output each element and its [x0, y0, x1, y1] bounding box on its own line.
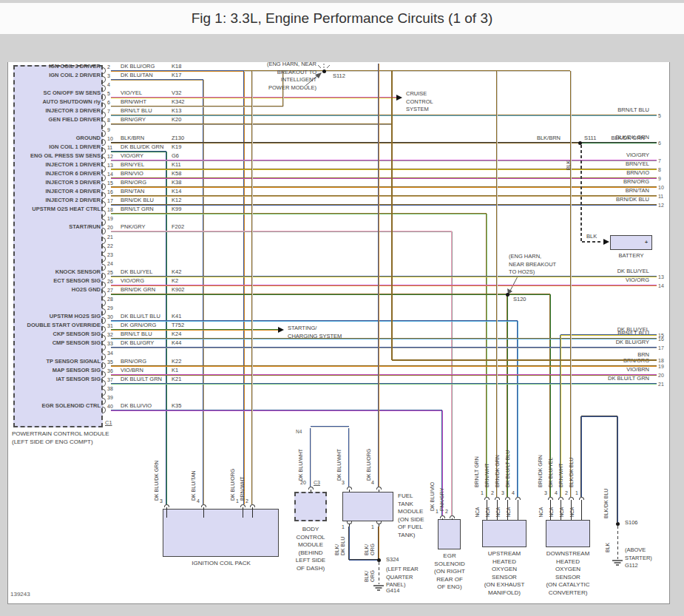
wire-name-label: VIO/GRY — [121, 153, 143, 160]
pcm-pin-number: 26 — [107, 279, 113, 285]
pcm-pin-number: 15 — [107, 180, 113, 186]
wire-name-label: DK BLU/YEL — [121, 269, 152, 276]
wire-circuit-label: K17 — [172, 72, 181, 79]
pcm-pin-number: 32 — [107, 332, 113, 338]
ground-label: G112 — [625, 563, 638, 569]
rotated-wire-label: BRN/WHT — [558, 463, 564, 487]
component-name: (ON EXHAUST — [476, 581, 532, 588]
component-name: OXYGEN — [476, 566, 532, 572]
nca-label: NCA — [506, 507, 511, 518]
pcm-pin-number: 40 — [107, 404, 113, 410]
wire-circuit-label: K22 — [172, 359, 181, 365]
wire-name-label: BLK/BRN — [473, 135, 561, 142]
page: Fig 1: 3.3L, Engine Performance Circuits… — [0, 0, 684, 616]
pcm-pin-function: GROUND — [15, 135, 101, 142]
starting-arrow — [278, 327, 284, 333]
pcm-pin-arc — [102, 121, 106, 127]
pcm-pin-arc — [102, 85, 106, 92]
edge-wire-label: VIO/ORG — [561, 277, 649, 284]
rotated-wire-label: DK BLU/ORG — [366, 449, 372, 481]
edge-wire-label: BRN/YEL — [561, 161, 649, 168]
nca-label: NCA — [569, 507, 575, 518]
wire-circuit-label: N4 — [296, 429, 302, 434]
pcm-pin-function: IAT SENSOR SIG — [15, 376, 101, 383]
pin-number: 4 — [371, 480, 374, 486]
rotated-wire-label: DK BLU/TAN — [191, 470, 197, 501]
wire-name-label: BRN/DK BLU — [121, 197, 154, 204]
pin-number: 1 — [342, 524, 345, 530]
edge-wire-label: DK BLU/GRY — [561, 339, 649, 346]
offpage-label: CONTROL — [406, 99, 433, 106]
pcm-pin-function: SC ON/OFF SW SENS — [15, 90, 101, 97]
nca-label: NCA — [485, 507, 490, 518]
wire — [391, 71, 393, 360]
edge-number: 12 — [658, 203, 664, 209]
pcm-name-line1: POWERTRAIN CONTROL MODULE — [12, 430, 109, 437]
edge-number: 9 — [658, 176, 661, 182]
pcm-pin-function: DOUBLE START OVERRIDE — [15, 322, 101, 329]
wire-name-label: DK BLU/ORG — [121, 64, 155, 70]
wire-name-label: VIO/YEL — [121, 90, 142, 97]
rotated-wire-label: ORG — [370, 570, 376, 582]
wire — [111, 231, 452, 232]
wire — [111, 204, 657, 206]
note-text: QUARTER — [386, 575, 413, 581]
pcm-pin-number: 30 — [107, 314, 113, 320]
wire-name-label: BLK/DK GRN — [581, 135, 645, 142]
pcm-pin-arc — [102, 183, 106, 190]
wire-circuit-label: K58 — [172, 171, 181, 177]
pcm-pin-function: INJECTOR 3 DRIVER — [15, 108, 101, 115]
rotated-wire-label: BRN/WHT — [240, 476, 246, 501]
note-text: TO HO2S) — [509, 269, 535, 276]
pcm-pin-arc — [102, 389, 106, 396]
rotated-wire-label: DK BLU/ORG — [230, 469, 236, 501]
component-lead — [581, 500, 582, 520]
wire — [617, 416, 618, 522]
pcm-pin-number: 24 — [107, 261, 113, 267]
wire-name-label: BRN/WHT — [121, 99, 146, 106]
component-name: OXYGEN — [540, 566, 596, 572]
wire — [111, 79, 203, 81]
pcm-pin-number: 7 — [107, 109, 110, 115]
pin-number: 4 — [512, 490, 515, 496]
pcm-pin-arc — [102, 228, 106, 234]
ignition-coil-pack-box — [163, 509, 279, 557]
pcm-pin-number: 34 — [107, 351, 113, 356]
downstream-o2-sensor-box — [546, 520, 590, 547]
edge-number: 11 — [658, 194, 663, 200]
pcm-pin-arc — [102, 139, 106, 146]
note-text: STARTER) — [625, 555, 652, 562]
wire-name-label: DK BLU/DK GRN — [121, 144, 163, 151]
wire-circuit-label: K24 — [172, 331, 181, 338]
pcm-pin-number: 6 — [107, 100, 110, 106]
rotated-wire-label: BLK/ — [364, 544, 370, 555]
edge-wire-label: VIO/GRY — [561, 152, 649, 159]
pcm-pin-number: 37 — [107, 377, 113, 383]
note-text: INTELLIGENT — [228, 77, 316, 84]
egr-solenoid-box — [438, 519, 461, 549]
note-text: (LEFT REAR — [386, 566, 419, 573]
pcm-pin-arc — [102, 175, 106, 181]
rotated-wire-label: DK BLU/YEL — [548, 458, 554, 487]
battery-plus: + — [645, 240, 648, 246]
wire — [580, 142, 657, 143]
wire-circuit-label: K18 — [172, 64, 181, 70]
pcm-pin-number: 5 — [107, 91, 110, 97]
offpage-label: SYSTEM — [406, 106, 429, 113]
component-name: (BEHIND — [293, 549, 328, 556]
splice-dot-s324 — [377, 558, 381, 562]
component-lead — [243, 507, 243, 518]
wire-circuit-label: K2 — [172, 278, 178, 285]
edge-number: 21 — [658, 382, 664, 387]
fuel-tank-module-box — [342, 492, 393, 521]
edge-number: 8 — [658, 167, 661, 173]
wire-name-label: BRN/LT GRN — [121, 206, 154, 213]
pcm-pin-arc — [102, 148, 106, 155]
rotated-wire-label: DK BLU/WHT — [298, 449, 304, 481]
component-name: UPSTREAM — [476, 550, 532, 557]
splice-dot-s112 — [322, 70, 326, 73]
pcm-pin-number: 22 — [107, 243, 113, 249]
wire — [111, 97, 396, 98]
pcm-pin-arc — [102, 157, 106, 163]
component-name: SENSOR — [476, 574, 532, 581]
